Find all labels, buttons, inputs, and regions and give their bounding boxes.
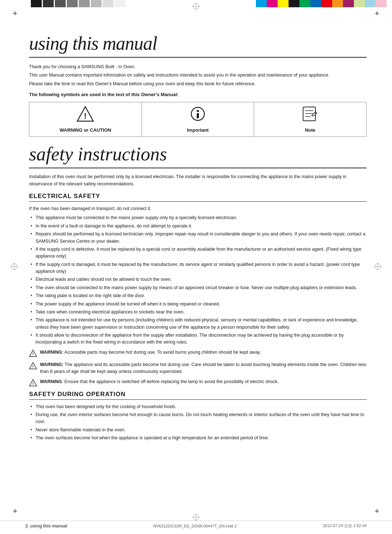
color-blocks-right [256,0,387,7]
electrical-first: If the oven has been damaged in transpor… [29,205,367,212]
crosshair-left [10,263,18,272]
note-icon [261,106,359,125]
color-block-orange [332,0,343,7]
intro-line-1: Thank you for choosing a SAMSUNG Built -… [29,63,367,70]
warning-body-1: Accessible parts may become hot during u… [64,350,261,355]
color-block-magenta [267,0,278,7]
svg-text:!: ! [32,365,33,369]
color-block-gray5 [103,0,114,7]
warning-triangle-icon-1: ! [29,349,37,358]
color-block-gray1 [55,0,66,7]
warning-body-3: : Ensure that the appliance is switched … [62,379,278,384]
corner-mark-bl: + [13,506,17,516]
svg-point-12 [197,110,199,112]
intro-line-3: Please take the time to read this Owner'… [29,81,367,87]
warning-body-2: The appliance and its accessible parts b… [40,362,367,374]
warning-block-1: ! WARNING: Accessible parts may become h… [29,349,367,358]
bullet-item: Take care when connecting electrical app… [29,309,367,316]
color-block-black3 [289,0,299,7]
electrical-heading: ELECTRICAL SAFETY [29,193,367,202]
symbol-note-cell: Note [254,102,367,137]
electrical-bullet-list: This appliance must be connected to the … [29,214,367,346]
warning-bold-1: WARNING: [40,350,64,355]
warning-bold-3: WARNING [40,379,62,384]
color-block-black1 [31,0,42,7]
manual-title: using this manual [29,33,367,58]
color-block-black2 [43,0,54,7]
bullet-item: This appliance must be connected to the … [29,214,367,221]
color-block-blue [310,0,321,7]
bullet-item: If the supply cord is damaged, it must b… [29,261,367,275]
symbol-important-cell: Important [142,102,254,137]
op-bullet-item-3: Never store flammable materials in the o… [29,427,367,434]
color-block-purple [343,0,354,7]
important-label: Important [187,127,209,133]
bullet-item: Electrical leads and cables should not b… [29,276,367,283]
color-block-white [115,0,126,7]
important-icon [149,106,247,125]
page-container: + + using this manual Thank you for choo… [0,0,392,534]
color-block-pink [376,0,387,7]
corner-mark-br: + [375,506,379,516]
intro-line-2: This user Manual contains important info… [29,72,367,79]
safety-operation-list: This oven has been designed only for the… [29,403,367,442]
bullet-item: The oven should be connected to the main… [29,284,367,291]
warning-icon: ! [37,106,134,125]
op-bullet-item-2: During use, the oven interior surfaces b… [29,411,367,426]
symbols-heading: The following symbols are used in the te… [29,91,367,98]
bullet-item: The rating plate is located on the right… [29,292,367,299]
svg-text:!: ! [32,382,33,386]
bullet-item: This appliance is not intended for use b… [29,317,367,331]
warning-bold-2: WARNING: [40,362,64,367]
bullet-item: In the event of a fault or damage to the… [29,223,367,230]
symbol-warning-cell: ! WARNING or CAUTION [29,102,142,137]
color-block-lightgreen [354,0,365,7]
warning-label: WARNING or CAUTION [60,127,111,133]
svg-rect-13 [197,113,199,118]
warning-text-2: WARNING: The appliance and its accessibl… [40,361,367,375]
crosshair-right [374,263,382,272]
symbols-table: ! WARNING or CAUTION Important [29,102,367,137]
warning-block-3: ! WARNING: Ensure that the appliance is … [29,378,367,388]
safety-operation-heading: SAFETY DURING OPERATION [29,391,367,400]
crosshair-top [192,2,200,11]
safety-title: safety instructions [29,143,367,168]
op-bullet-item-1: This oven has been designed only for the… [29,403,367,410]
content-wrapper: using this manual Thank you for choosing… [29,33,367,441]
footer-date: 2012-07-24 오전 1:52:34 [323,523,367,529]
color-block-yellow [278,0,289,7]
bullet-item: It should allow to disconnection of the … [29,332,367,346]
note-label: Note [305,127,315,133]
color-blocks-left [31,0,126,7]
color-block-green [299,0,310,7]
color-block-lightblue [365,0,376,7]
warning-text-1: WARNING: Accessible parts may become hot… [40,349,261,356]
warning-triangle-icon-3: ! [29,379,37,388]
op-bullet-item-4: The oven surfaces become hot when the ap… [29,435,367,441]
warning-block-2: ! WARNING: The appliance and its accessi… [29,361,367,375]
corner-mark-tr: + [375,9,379,18]
safety-intro: Installation of this oven must be perfor… [29,173,367,188]
color-block-gray4 [91,0,102,7]
color-block-gray2 [67,0,78,7]
color-block-cyan [256,0,267,7]
bullet-item: If the supply cord is defective, it must… [29,246,367,260]
bullet-item: Repairs should be performed by a license… [29,231,367,245]
footer-file: NV6312DGSSR_EE_DG68-00447T_EN.indd 2 [153,524,237,528]
svg-text:!: ! [84,111,87,120]
warning-triangle-icon-2: ! [29,362,37,371]
page-footer: 2_using this manual NV6312DGSSR_EE_DG68-… [0,521,392,529]
warning-text-3: WARNING: Ensure that the appliance is sw… [40,378,279,385]
footer-page: 2_using this manual [25,523,67,529]
color-block-gray3 [79,0,90,7]
svg-text:!: ! [32,352,33,356]
bullet-item: The power supply of the appliance should… [29,301,367,308]
corner-mark-tl: + [13,9,17,18]
color-block-red [321,0,332,7]
